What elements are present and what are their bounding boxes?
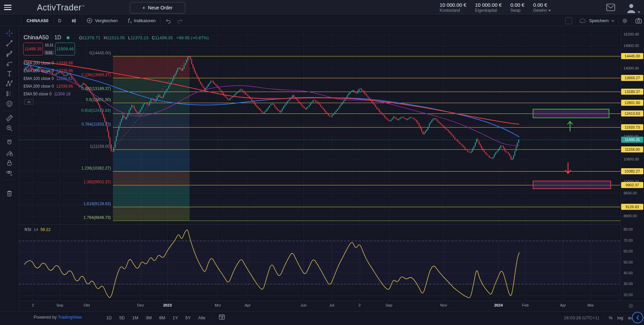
indicator-row[interactable]: EMA 100 close 011594.81 bbox=[24, 75, 73, 82]
screenshot-button[interactable] bbox=[635, 18, 642, 24]
time-label: Sep bbox=[56, 303, 63, 307]
compare-button[interactable]: Vergleichen bbox=[82, 15, 123, 26]
time-label: Feb bbox=[522, 303, 529, 307]
account-summary: 10 000.00 €Kontostand10 000.00 €Eigenkap… bbox=[440, 2, 551, 13]
fx-icon: ƒx bbox=[127, 17, 131, 24]
account-value: 10 000.00 € bbox=[440, 2, 466, 8]
new-order-button[interactable]: +Neue Order bbox=[130, 2, 185, 13]
range-1d[interactable]: 1D bbox=[104, 314, 114, 321]
down-arrow-drawing[interactable] bbox=[563, 162, 573, 174]
zoom-in-tool[interactable] bbox=[0, 123, 19, 133]
trash-tool[interactable] bbox=[0, 188, 19, 198]
emoji-tool[interactable] bbox=[0, 99, 19, 109]
lock-all-tool[interactable] bbox=[0, 158, 19, 168]
percent-scale-button[interactable]: % bbox=[609, 315, 613, 320]
up-arrow-drawing[interactable] bbox=[565, 121, 575, 132]
indicator-row[interactable]: EMA 200 close 012039.96 bbox=[24, 67, 73, 75]
undo-button[interactable] bbox=[161, 15, 176, 26]
chart-settings-button[interactable] bbox=[621, 17, 628, 24]
collapse-indicators-button[interactable] bbox=[24, 99, 34, 105]
gear-icon bbox=[621, 17, 628, 24]
hide-all-tool[interactable] bbox=[0, 168, 19, 178]
indicator-value: 11594.81 bbox=[56, 76, 73, 81]
time-label: Sep bbox=[386, 303, 392, 307]
draw-lock-tool[interactable] bbox=[0, 148, 19, 158]
symbol-button[interactable]: CHINAA50 bbox=[22, 15, 53, 26]
rsi-legend: RSI 14 59.22 bbox=[25, 227, 50, 232]
trend-line-tool[interactable] bbox=[0, 38, 19, 48]
account-label: Gewinn bbox=[533, 8, 551, 13]
forecast-tool[interactable] bbox=[0, 89, 19, 99]
collapse-sidebar-fab[interactable] bbox=[632, 312, 643, 323]
level-price-badge: 13189.37 bbox=[621, 89, 643, 95]
symbol-name[interactable]: ChinaA50 bbox=[24, 34, 49, 41]
ohlc-values: O11376.71 H11513.05 L11373.23 C11499.35 … bbox=[79, 35, 209, 40]
range-5y[interactable]: 5Y bbox=[183, 314, 193, 321]
range-6m[interactable]: 6M bbox=[157, 314, 167, 321]
level-price-badge: 12801.50 bbox=[621, 100, 643, 106]
time-label: 2 bbox=[32, 303, 34, 307]
indicator-row[interactable]: EMA 200 close 012039.96 bbox=[24, 59, 73, 67]
range-1y[interactable]: 1Y bbox=[170, 314, 180, 321]
indicator-value: 12039.96 bbox=[56, 61, 73, 65]
xabcd-pattern-tool[interactable] bbox=[0, 79, 19, 89]
sell-button[interactable]: 11499.35 bbox=[23, 43, 43, 55]
pane-divider[interactable] bbox=[19, 224, 644, 225]
axis-settings-icon[interactable] bbox=[628, 303, 634, 310]
price-grid-label: 10800.00 bbox=[623, 157, 639, 161]
log-scale-button[interactable]: log bbox=[617, 315, 623, 320]
redo-button[interactable] bbox=[176, 15, 188, 26]
bottom-bar: Powered by TradingView 1D5D1M3M6M1Y5YAll… bbox=[0, 312, 644, 323]
indicator-row[interactable]: EMA 50 close 011308.18 bbox=[24, 90, 73, 98]
range-3m[interactable]: 3M bbox=[144, 314, 154, 321]
price-axis[interactable]: 15200.0014800.0014000.0011600.0010800.00… bbox=[620, 26, 644, 300]
level-price-badge: 14445.00 bbox=[621, 53, 643, 59]
crosshair-tool[interactable] bbox=[0, 28, 19, 38]
rsi-grid-label: 40.00 bbox=[623, 271, 633, 275]
brush-tool[interactable] bbox=[0, 58, 19, 68]
goto-date-icon[interactable] bbox=[218, 314, 225, 321]
time-label: Mai bbox=[588, 303, 594, 307]
activtrader-window: ActivTrader™ +Neue Order 10 000.00 €Kont… bbox=[0, 0, 644, 325]
fib-tools-tool[interactable] bbox=[0, 48, 19, 58]
indicator-value: 11308.18 bbox=[54, 92, 70, 96]
text-tool[interactable] bbox=[0, 68, 19, 79]
account-label: Eigenkapital bbox=[475, 8, 501, 13]
magnet-tool[interactable] bbox=[0, 138, 19, 148]
avatar bbox=[626, 2, 637, 14]
buy-button[interactable]: 11509.46 bbox=[55, 43, 75, 55]
long-zone-rectangle[interactable] bbox=[533, 109, 609, 118]
indicator-row[interactable]: EMA 200 close 012039.96 bbox=[24, 82, 73, 90]
account-swap: 0.00 €Swap bbox=[511, 2, 525, 13]
account-label: Kontostand bbox=[440, 8, 466, 13]
ruler-tool[interactable] bbox=[0, 113, 19, 123]
time-label: Mrz bbox=[214, 303, 221, 307]
indicators-button[interactable]: ƒx Indikatoren bbox=[123, 15, 161, 26]
account-gewinn[interactable]: 0.00 €Gewinn bbox=[533, 2, 551, 13]
range-1m[interactable]: 1M bbox=[130, 314, 140, 321]
interval-button[interactable]: D bbox=[53, 15, 66, 26]
price-chart-canvas[interactable] bbox=[19, 26, 620, 300]
short-zone-rectangle[interactable] bbox=[533, 181, 611, 189]
rsi-grid-label: 20.00 bbox=[623, 293, 633, 297]
multichart-checkbox[interactable] bbox=[565, 17, 572, 24]
tradingview-link[interactable]: TradingView bbox=[58, 315, 82, 320]
level-price-badge: 9902.37 bbox=[621, 182, 643, 188]
app-logo: ActivTrader™ bbox=[37, 3, 85, 12]
time-axis[interactable]: 2SepOktDez2023MrzAprJunJul2SepNov2024Feb… bbox=[19, 300, 644, 312]
chart-style-button[interactable] bbox=[66, 15, 82, 26]
range-5d[interactable]: 5D bbox=[117, 314, 127, 321]
mail-icon[interactable] bbox=[606, 3, 616, 12]
account-value: 0.00 € bbox=[533, 2, 551, 8]
top-bar: ActivTrader™ +Neue Order 10 000.00 €Kont… bbox=[0, 0, 644, 15]
spread-value: 0.01 bbox=[44, 50, 54, 55]
level-price-badge: 11933.73 bbox=[621, 124, 643, 130]
user-menu[interactable] bbox=[626, 2, 640, 14]
rsi-grid-label: 80.00 bbox=[623, 227, 633, 231]
save-layout-button[interactable]: Speichern bbox=[579, 18, 614, 23]
level-price-badge: 10382.27 bbox=[621, 168, 643, 174]
menu-icon[interactable] bbox=[4, 5, 11, 10]
chevron-up-icon bbox=[27, 101, 31, 103]
price-grid-label: 14000.00 bbox=[623, 66, 639, 70]
range-alle[interactable]: Alle bbox=[196, 314, 207, 321]
